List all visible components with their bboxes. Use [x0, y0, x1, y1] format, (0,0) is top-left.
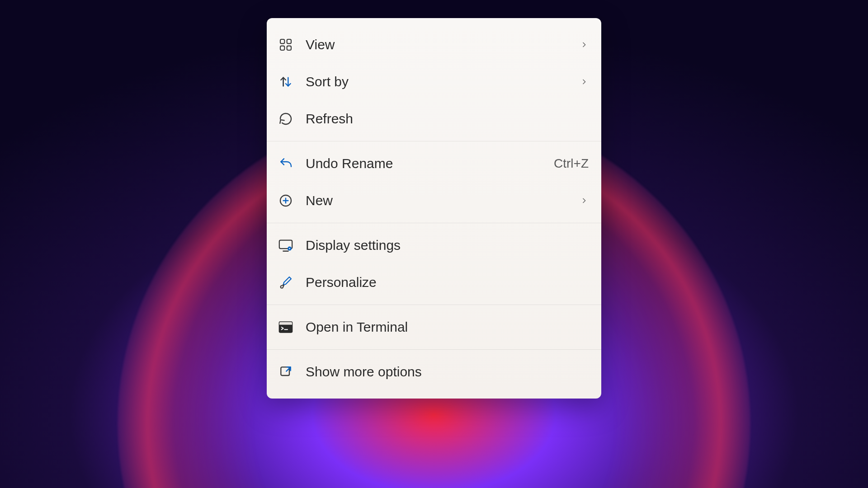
plus-circle-icon — [278, 192, 294, 209]
menu-item-label: Refresh — [306, 111, 589, 127]
menu-item-undo-rename[interactable]: Undo Rename Ctrl+Z — [267, 145, 601, 182]
svg-rect-12 — [279, 322, 292, 325]
menu-item-label: Personalize — [306, 275, 589, 290]
menu-group: Open in Terminal — [267, 305, 601, 350]
svg-rect-1 — [287, 39, 291, 43]
chevron-right-icon — [580, 77, 589, 86]
desktop-context-menu: View Sort by — [267, 18, 601, 399]
svg-rect-0 — [280, 39, 284, 43]
view-grid-icon — [278, 37, 294, 53]
menu-item-new[interactable]: New — [267, 182, 601, 219]
menu-item-label: View — [306, 37, 568, 52]
menu-item-refresh[interactable]: Refresh — [267, 100, 601, 137]
menu-item-label: Undo Rename — [306, 156, 542, 171]
svg-rect-2 — [280, 46, 284, 50]
menu-item-label: Display settings — [306, 238, 589, 253]
paintbrush-icon — [278, 274, 294, 291]
menu-item-open-terminal[interactable]: Open in Terminal — [267, 309, 601, 346]
menu-item-display-settings[interactable]: Display settings — [267, 227, 601, 264]
menu-item-label: New — [306, 193, 568, 208]
menu-item-label: Open in Terminal — [306, 319, 589, 335]
menu-item-label: Show more options — [306, 364, 589, 380]
menu-item-view[interactable]: View — [267, 26, 601, 63]
menu-item-show-more-options[interactable]: Show more options — [267, 353, 601, 390]
sort-icon — [278, 74, 294, 90]
menu-group: View Sort by — [267, 23, 601, 141]
terminal-icon — [278, 319, 294, 335]
menu-group: Show more options — [267, 350, 601, 394]
svg-rect-3 — [287, 46, 291, 50]
menu-item-label: Sort by — [306, 74, 568, 89]
menu-group: Display settings Personalize — [267, 223, 601, 305]
chevron-right-icon — [580, 40, 589, 49]
svg-point-10 — [289, 248, 290, 249]
show-more-icon — [278, 364, 294, 380]
chevron-right-icon — [580, 196, 589, 205]
display-settings-icon — [278, 237, 294, 253]
svg-rect-15 — [281, 367, 289, 375]
refresh-icon — [278, 111, 294, 127]
menu-item-sort-by[interactable]: Sort by — [267, 63, 601, 100]
undo-icon — [278, 155, 294, 172]
menu-item-shortcut: Ctrl+Z — [554, 156, 589, 171]
menu-group: Undo Rename Ctrl+Z New — [267, 141, 601, 223]
menu-item-personalize[interactable]: Personalize — [267, 264, 601, 301]
